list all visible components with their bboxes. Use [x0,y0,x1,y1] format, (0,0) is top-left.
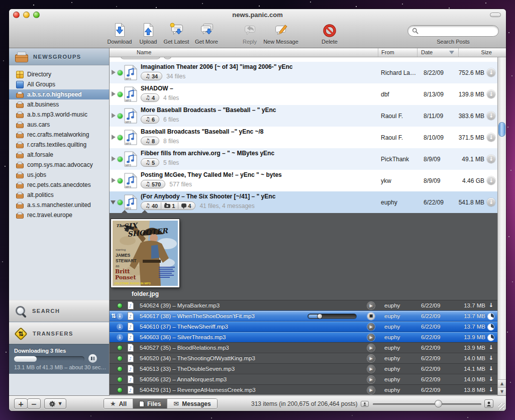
disclosure-triangle[interactable] [112,156,116,161]
file-row[interactable]: ⇅ ↓ ♪ 540520 (34) – TheShootingOfWyattKi… [110,353,497,363]
sidebar-item-a-b-s-mp3-world-music[interactable]: a.b.s.mp3.world-music [9,110,109,120]
sidebar-item-rec-pets-cats-anecdotes[interactable]: rec.pets.cats.anecdotes [9,180,109,190]
sidebar-item-a-b-s-r-o-highspeed[interactable]: a.b.s.r.o.highspeed [9,89,109,99]
vertical-scrollbar[interactable]: ▲ ▼ [497,57,506,395]
sidebar-item-a-s-s-manchester-united[interactable]: a.s.s.manchester.united [9,200,109,210]
download-thread-button[interactable]: ↓ [487,112,495,120]
download-thread-button[interactable]: ↓ [487,68,495,77]
zoom-out-icon[interactable] [361,401,369,407]
zoom-slider-thumb[interactable] [435,400,442,407]
file-row[interactable]: ⇅ ↓ ♪ 540603 (36) – SilverThreads.mp3 ▶ … [110,332,497,342]
sidebar-item-aus-cars[interactable]: aus.cars [9,120,109,130]
filter-segment-all[interactable]: ★All [104,399,133,408]
thread-row[interactable]: MP3 (For Anybody – The Six Shooter [~/41… [110,191,497,213]
download-thread-button[interactable]: ↓ [487,176,495,185]
group-icon [16,203,24,208]
scroll-up-arrow[interactable]: ▲ [498,379,506,387]
sidebar-section-transfers[interactable]: TRANSFERS [9,323,109,344]
sidebar-item-alt-business[interactable]: alt.business [9,99,109,110]
scroll-down-arrow[interactable]: ▼ [498,387,506,395]
download-thread-button[interactable]: ↓ [487,155,495,163]
disclosure-triangle[interactable] [112,91,116,96]
sidebar-item-label: rec.crafts.metalworking [27,131,89,138]
sidebar-item-rec-travel-europe[interactable]: rec.travel.europe [9,210,109,220]
file-row[interactable]: ⇅ ↓ ♪ 540624 (39) – MyraBarker.mp3 ▶ ■ e… [110,300,497,310]
group-icon [16,173,24,178]
file-size: 13.7 MB [464,302,485,308]
thread-row[interactable]: MP3 Baseball Broadcasts "Baseball –" yEn… [110,127,497,148]
search-input[interactable] [407,25,499,37]
filter-segment-files[interactable]: Files [133,399,167,408]
download-thread-button[interactable]: ↓ [487,133,495,142]
thread-row[interactable]: MP3 More Baseball Broadcasts – "Baseball… [110,105,497,127]
column-name[interactable]: Name [137,49,151,55]
column-date[interactable]: Date [421,49,433,55]
download-thread-button[interactable]: ↓ [487,90,495,98]
scrollbar-thumb[interactable] [499,123,505,136]
play-button[interactable]: ▶ [367,334,375,341]
thread-size: 371.5 MB [459,134,484,141]
delete-button[interactable]: Delete [311,22,348,45]
file-row[interactable]: ⇅ ↓ ♪ 540429 (31) – RevengeAtHarnessCree… [110,384,497,395]
music-badge-icon: ♫ [145,181,150,187]
attachment-thumbnail[interactable]: The SIX SHOOTER starring JAMES STEWART a… [111,219,179,287]
sidebar-section-newsgroups[interactable]: NEWSGROUPS [9,48,109,65]
disclosure-triangle[interactable] [112,113,116,118]
file-row[interactable]: ⇅ ↓ ♪ 540610 (37) – TheNewSheriff.mp3 ▶ … [110,321,497,332]
play-button[interactable]: ▶ [367,376,375,383]
files-count-text: 6 files [163,116,179,123]
file-row[interactable]: ⇅ ↓ ♪ 540617 (38) – WhenTheShoeDoesn’tFi… [110,310,497,321]
pause-button[interactable] [88,354,97,363]
disclosure-triangle[interactable] [111,200,116,204]
thread-size: 4.46 GB [462,177,484,184]
disclosure-triangle[interactable] [112,178,116,183]
titlebar[interactable]: news.panic.com [9,9,506,20]
filter-segment-messages[interactable]: ✉Messages [167,399,217,408]
play-button[interactable]: ▶ [367,323,375,331]
play-button[interactable]: ▶ [367,302,375,309]
download-thread-button[interactable]: ↓ [487,198,495,206]
play-button[interactable]: ▶ [367,344,375,352]
thread-row[interactable]: MP3 Fibber fills from archive.org – " ~ … [110,148,497,170]
sidebar-item-comp-sys-mac-advocacy[interactable]: comp.sys.mac.advocacy [9,160,109,170]
play-button[interactable]: ▶ [367,386,375,394]
sidebar-item-alt-politics[interactable]: alt.politics [9,190,109,200]
action-menu-button[interactable]: ▼ [44,398,66,409]
file-name: 540520 (34) – TheShootingOfWyattKing.mp3 [140,355,255,361]
seek-slider[interactable] [308,314,356,319]
disclosure-triangle[interactable] [112,135,116,140]
sidebar-item-all-groups[interactable]: All Groups [9,79,109,89]
sidebar-item-alt-forsale[interactable]: alt.forsale [9,150,109,160]
file-row[interactable]: ⇅ ↓ ♪ 540527 (35) – BloodRelations.mp3 ▶… [110,342,497,353]
disclosure-triangle[interactable] [112,70,116,75]
zoom-in-icon[interactable] [484,399,493,408]
file-row[interactable]: ⇅ ↓ ♪ 540513 (33) – TheDoubleSeven.mp3 ▶… [110,363,497,374]
remove-button[interactable]: − [27,398,41,409]
add-button[interactable]: + [14,398,28,409]
column-size[interactable]: Size [481,49,492,55]
svg-text:♪: ♪ [129,303,132,308]
column-from[interactable]: From [381,49,394,55]
file-row[interactable]: ⇅ ↓ ♪ 540506 (32) – AnnaNorquest.mp3 ▶ ■… [110,374,497,384]
zoom-slider-track[interactable] [373,403,481,405]
get-more-button[interactable]: Get More [188,22,225,45]
resize-grip[interactable] [498,403,504,409]
thread-row[interactable]: MP3 Posting McGee, They Called Me! – yEn… [110,170,497,191]
play-button[interactable]: ▶ [367,355,375,362]
attachment-filename: folder.jpg [111,290,179,297]
thread-row[interactable]: MP3 SHADOW – ♫4 4 files dbf 8/13/09 139.… [110,83,497,105]
sidebar-item-us-jobs[interactable]: us.jobs [9,170,109,180]
sidebar-item-r-crafts-textiles-quilting[interactable]: r.crafts.textiles.quilting [9,140,109,150]
new-message-button[interactable]: New Message [262,22,299,45]
sidebar-section-search[interactable]: SEARCH [9,300,109,322]
thread-row[interactable]: MP3 Imagination Theater 2006 [~ of 34] "… [110,62,497,83]
files-count-text: 4 files [163,94,179,101]
toolbar-toggle-button[interactable] [490,13,501,17]
column-header[interactable]: Name From Date Size [110,48,506,57]
sidebar-item-rec-crafts-metalworking[interactable]: rec.crafts.metalworking [9,130,109,140]
transfers-label: TRANSFERS [33,331,73,337]
sidebar-item-directory[interactable]: Directory [9,69,109,79]
stop-button[interactable]: ■ [367,312,375,320]
play-button[interactable]: ▶ [367,365,375,373]
new-status-dot [118,135,123,140]
